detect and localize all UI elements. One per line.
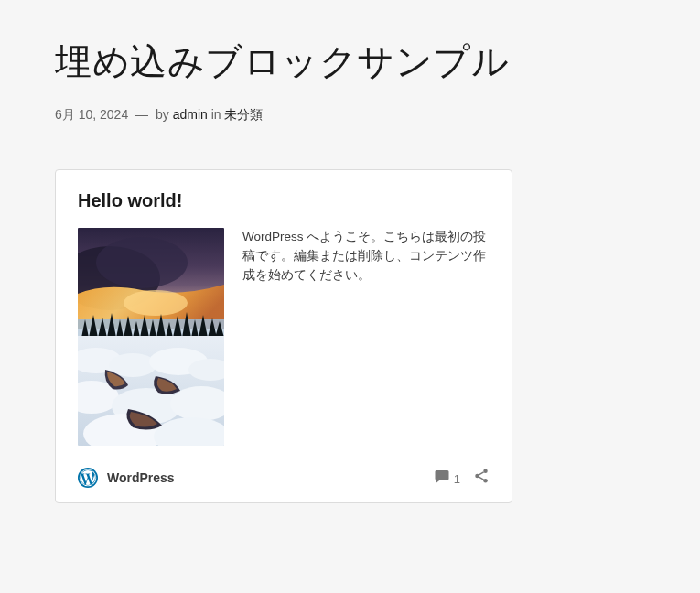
svg-point-21	[483, 479, 488, 483]
category-link[interactable]: 未分類	[224, 107, 263, 122]
embed-source[interactable]: WordPress	[78, 468, 175, 488]
share-button[interactable]	[473, 468, 490, 488]
svg-point-8	[109, 353, 156, 377]
site-name: WordPress	[107, 470, 175, 485]
embed-title[interactable]: Hello world!	[78, 190, 490, 211]
comments-button[interactable]: 1	[434, 468, 460, 488]
embed-thumbnail[interactable]	[78, 228, 224, 446]
page-title: 埋め込みブロックサンプル	[55, 37, 645, 87]
author-link[interactable]: admin	[173, 107, 208, 122]
by-label: by	[156, 107, 169, 122]
comment-icon	[434, 468, 450, 488]
in-label: in	[211, 107, 221, 122]
wordpress-logo-icon	[78, 468, 98, 488]
embed-card: Hello world!	[55, 169, 512, 503]
meta-separator: —	[135, 107, 148, 122]
svg-point-19	[483, 469, 488, 474]
share-icon	[473, 468, 490, 488]
post-meta: 6月 10, 2024 — by admin in 未分類	[55, 107, 645, 124]
svg-point-3	[124, 290, 188, 316]
embed-footer: WordPress 1	[78, 468, 490, 488]
svg-point-20	[475, 474, 479, 479]
svg-point-2	[96, 237, 188, 288]
embed-body: WordPress へようこそ。こちらは最初の投稿です。編集または削除し、コンテ…	[78, 228, 490, 446]
comment-count: 1	[454, 472, 460, 486]
post-date: 6月 10, 2024	[55, 107, 128, 122]
embed-excerpt: WordPress へようこそ。こちらは最初の投稿です。編集または削除し、コンテ…	[242, 228, 490, 446]
